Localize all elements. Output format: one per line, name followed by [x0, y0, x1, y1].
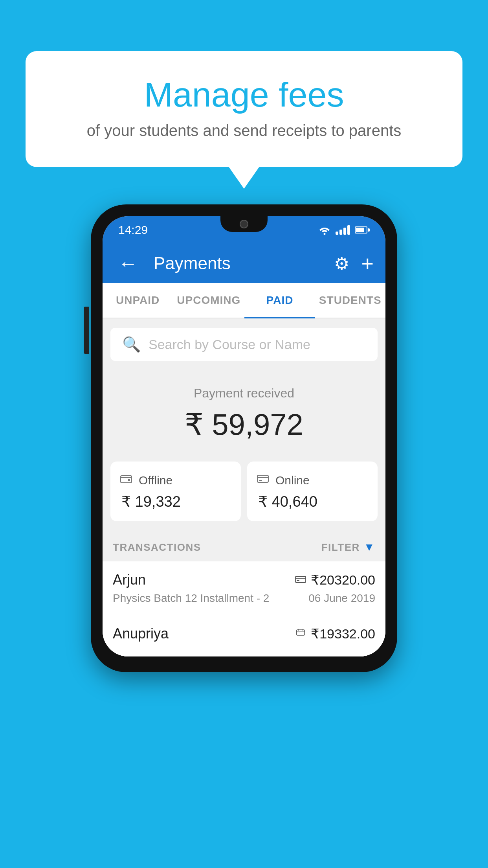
- offline-card: Offline ₹ 19,332: [110, 462, 241, 521]
- settings-icon[interactable]: ⚙: [334, 254, 349, 274]
- offline-icon: [120, 473, 132, 488]
- svg-rect-3: [257, 475, 268, 482]
- content-area: 🔍 Search by Course or Name Payment recei…: [103, 328, 385, 657]
- offline-amount: ₹ 19,332: [120, 493, 231, 510]
- transaction-date-arjun: 06 June 2019: [308, 592, 375, 605]
- battery-icon: [355, 226, 370, 234]
- online-icon: [257, 473, 269, 488]
- search-bar[interactable]: 🔍 Search by Course or Name: [110, 328, 378, 361]
- filter-icon: ▼: [364, 541, 375, 554]
- transaction-mode-icon-arjun: [295, 574, 306, 586]
- payment-received-section: Payment received ₹ 59,972: [103, 370, 385, 454]
- payment-received-label: Payment received: [110, 386, 378, 401]
- toolbar-title: Payments: [154, 254, 326, 273]
- svg-rect-4: [295, 576, 306, 583]
- search-icon: 🔍: [122, 336, 141, 353]
- online-label: Online: [275, 474, 310, 487]
- speech-bubble: Manage fees of your students and send re…: [26, 51, 462, 167]
- svg-rect-5: [297, 630, 305, 635]
- back-button[interactable]: ←: [114, 248, 142, 279]
- speech-bubble-title: Manage fees: [57, 75, 431, 115]
- svg-rect-1: [121, 476, 132, 483]
- transaction-amount-anupriya: ₹19332.00: [311, 626, 375, 642]
- transaction-amount-arjun: ₹20320.00: [311, 572, 375, 588]
- payment-received-amount: ₹ 59,972: [110, 407, 378, 442]
- transaction-amount-row-anupriya: ₹19332.00: [295, 626, 375, 642]
- tab-paid[interactable]: PAID: [244, 283, 315, 318]
- speech-bubble-container: Manage fees of your students and send re…: [26, 51, 462, 167]
- transaction-top-arjun: Arjun ₹20320.00: [113, 572, 375, 588]
- phone-screen: 14:29: [103, 216, 385, 657]
- status-time: 14:29: [118, 223, 148, 237]
- transaction-amount-row-arjun: ₹20320.00: [295, 572, 375, 588]
- toolbar-action-icons: ⚙ +: [334, 251, 374, 276]
- status-icons: [318, 225, 370, 235]
- transaction-top-anupriya: Anupriya ₹19332.00: [113, 625, 375, 642]
- filter-button[interactable]: FILTER ▼: [321, 541, 375, 554]
- transactions-header: TRANSACTIONS FILTER ▼: [103, 533, 385, 561]
- transaction-name-anupriya: Anupriya: [113, 625, 169, 642]
- camera: [240, 220, 248, 228]
- svg-point-0: [324, 233, 326, 235]
- online-card: Online ₹ 40,640: [247, 462, 378, 521]
- tabs-bar: UNPAID UPCOMING PAID STUDENTS: [103, 283, 385, 318]
- transaction-row-arjun[interactable]: Arjun ₹20320.00: [103, 561, 385, 615]
- phone-mockup: 14:29: [91, 204, 397, 672]
- toolbar: ← Payments ⚙ +: [103, 244, 385, 283]
- notch: [220, 216, 268, 232]
- tab-unpaid[interactable]: UNPAID: [103, 283, 173, 318]
- signal-icon: [336, 225, 350, 235]
- tab-upcoming[interactable]: UPCOMING: [173, 283, 244, 318]
- transaction-mode-icon-anupriya: [295, 627, 306, 640]
- add-icon[interactable]: +: [361, 251, 374, 276]
- transaction-row-anupriya[interactable]: Anupriya ₹19332.00: [103, 615, 385, 657]
- transaction-desc-arjun: Physics Batch 12 Installment - 2: [113, 592, 269, 605]
- transaction-bottom-arjun: Physics Batch 12 Installment - 2 06 June…: [113, 592, 375, 605]
- offline-label: Offline: [139, 474, 172, 487]
- phone-frame: 14:29: [91, 204, 397, 672]
- tab-students[interactable]: STUDENTS: [315, 283, 385, 318]
- search-placeholder: Search by Course or Name: [149, 337, 310, 352]
- speech-bubble-subtitle: of your students and send receipts to pa…: [57, 122, 431, 140]
- payment-cards-row: Offline ₹ 19,332: [103, 454, 385, 533]
- offline-card-top: Offline: [120, 473, 231, 488]
- online-amount: ₹ 40,640: [257, 493, 368, 510]
- wifi-icon: [318, 225, 331, 235]
- status-bar: 14:29: [103, 216, 385, 244]
- transaction-name-arjun: Arjun: [113, 572, 146, 588]
- transactions-label: TRANSACTIONS: [113, 541, 201, 554]
- svg-rect-2: [128, 479, 130, 481]
- online-card-top: Online: [257, 473, 368, 488]
